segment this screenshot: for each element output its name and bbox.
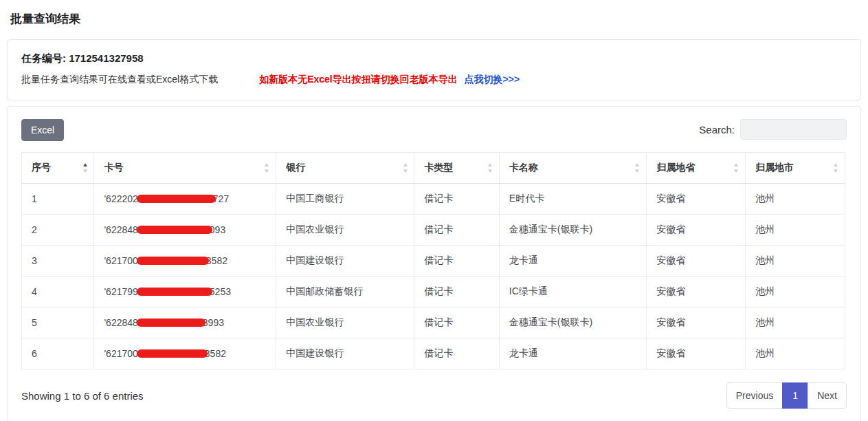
switch-version-link[interactable]: 点我切换>>> [465,74,520,85]
card-number-prefix: '621700 [104,255,137,266]
next-page-button[interactable]: Next [808,382,847,409]
column-label: 归属地省 [656,162,695,173]
redaction-mark [137,349,208,358]
page-title: 批量查询结果 [10,11,861,27]
city-cell: 池州 [746,338,845,369]
sort-arrows-icon: ▲▼ [634,162,640,174]
card-number: '622202727 [104,193,229,204]
sort-asc-icon: ▲ [487,162,493,168]
bank-cell: 中国工商银行 [276,184,414,215]
results-table: 序号▲▼卡号▲▼银行▲▼卡类型▲▼卡名称▲▼归属地省▲▼归属地市▲▼ 1'622… [21,152,845,369]
province-cell: 安徽省 [647,277,746,307]
table-row: 4'6217995253中国邮政储蓄银行借记卡IC绿卡通安徽省池州 [22,277,845,307]
column-header-card-type[interactable]: 卡类型▲▼ [414,153,499,184]
bank-cell: 中国建设银行 [276,246,414,277]
card-number-cell: '622848093 [94,215,276,246]
card-number-prefix: '621700 [104,348,137,359]
redaction-mark [137,257,209,265]
previous-page-button[interactable]: Previous [726,382,783,409]
column-label: 卡类型 [424,162,453,173]
card-number-cell: '622202727 [94,184,276,215]
task-number: 任务编号: 1712541327958 [21,52,847,65]
sort-desc-icon: ▼ [487,169,493,174]
task-info-panel: 任务编号: 1712541327958 批量任务查询结果可在线查看或Excel格… [7,39,861,100]
excel-export-button[interactable]: Excel [21,119,64,141]
bank-cell: 中国农业银行 [276,215,414,246]
sort-asc-icon: ▲ [832,162,839,168]
row-index-cell: 1 [22,184,94,215]
sort-asc-icon: ▲ [82,162,89,168]
column-header-city[interactable]: 归属地市▲▼ [746,153,845,184]
sort-desc-icon: ▼ [82,169,89,174]
sort-desc-icon: ▼ [832,169,839,174]
column-header-province[interactable]: 归属地省▲▼ [647,153,746,184]
task-description-line: 批量任务查询结果可在线查看或Excel格式下载 如新版本无Excel导出按扭请切… [21,74,847,86]
column-header-index[interactable]: 序号▲▼ [22,153,94,184]
sort-asc-icon: ▲ [402,162,409,168]
table-toolbar: Excel Search: [17,119,851,141]
sort-desc-icon: ▼ [263,169,270,174]
card-number-cell: '6228488993 [94,307,276,338]
results-panel: Excel Search: 序号▲▼卡号▲▼银行▲▼卡类型▲▼卡名称▲▼归属地省… [7,106,861,421]
sort-arrows-icon: ▲▼ [264,162,269,174]
column-label: 归属地市 [755,162,794,173]
table-row: 2'622848093中国农业银行借记卡金穗通宝卡(银联卡)安徽省池州 [22,215,845,246]
card-name-cell: 金穗通宝卡(银联卡) [499,215,646,246]
row-index-cell: 3 [22,246,94,277]
sort-asc-icon: ▲ [263,162,270,168]
sort-arrows-icon: ▲▼ [82,162,88,174]
column-header-card-name[interactable]: 卡名称▲▼ [499,153,646,184]
redaction-mark [137,226,212,234]
province-cell: 安徽省 [647,338,746,369]
column-label: 卡号 [104,162,123,173]
page-1-button[interactable]: 1 [782,382,808,409]
card-name-cell: IC绿卡通 [499,277,646,307]
table-row: 3'6217003582中国建设银行借记卡龙卡通安徽省池州 [22,246,845,277]
sort-arrows-icon: ▲▼ [833,162,838,174]
sort-asc-icon: ▲ [634,162,641,168]
redaction-mark [137,288,212,296]
card-number-suffix: 5253 [210,286,231,297]
entries-info: Showing 1 to 6 of 6 entries [21,390,144,402]
table-row: 5'6228488993中国农业银行借记卡金穗通宝卡(银联卡)安徽省池州 [22,307,845,338]
card-number: '6217003582 [104,348,226,359]
column-label: 序号 [32,162,51,173]
city-cell: 池州 [746,277,845,307]
redaction-mark [137,319,205,327]
city-cell: 池州 [746,307,845,338]
card-number-suffix: 3582 [205,348,226,359]
search-control: Search: [699,119,847,140]
card-number: '6217003582 [104,255,227,266]
card-name-cell: 金穗通宝卡(银联卡) [499,307,646,338]
column-header-bank[interactable]: 银行▲▼ [276,153,414,184]
province-cell: 安徽省 [647,246,746,277]
table-header-row: 序号▲▼卡号▲▼银行▲▼卡类型▲▼卡名称▲▼归属地省▲▼归属地市▲▼ [22,153,845,184]
sort-arrows-icon: ▲▼ [487,162,493,174]
row-index-cell: 5 [22,307,94,338]
sort-arrows-icon: ▲▼ [733,162,739,174]
sort-desc-icon: ▼ [402,169,409,174]
card-number-cell: '6217003582 [94,246,276,277]
card-number-prefix: '622848 [104,224,137,235]
card-number-suffix: 3582 [206,255,227,266]
card-name-cell: E时代卡 [499,184,646,215]
card-type-cell: 借记卡 [414,246,499,277]
card-number-cell: '6217995253 [94,277,276,307]
search-label: Search: [699,124,735,136]
search-input[interactable] [740,119,847,140]
bank-cell: 中国建设银行 [276,338,414,369]
pagination: Previous 1 Next [726,382,847,409]
column-header-card-number[interactable]: 卡号▲▼ [94,153,276,184]
table-row: 1'622202727中国工商银行借记卡E时代卡安徽省池州 [22,184,845,215]
card-number: '6228488993 [104,317,224,328]
card-number-cell: '6217003582 [94,338,276,369]
redaction-mark [137,195,216,203]
card-number: '6217995253 [104,286,231,297]
table-footer: Showing 1 to 6 of 6 entries Previous 1 N… [17,382,851,409]
card-name-cell: 龙卡通 [499,338,646,369]
task-description: 批量任务查询结果可在线查看或Excel格式下载 [21,74,218,85]
card-number-suffix: 8993 [203,317,224,328]
city-cell: 池州 [746,215,845,246]
row-index-cell: 4 [22,277,94,307]
table-row: 6'6217003582中国建设银行借记卡龙卡通安徽省池州 [22,338,845,369]
